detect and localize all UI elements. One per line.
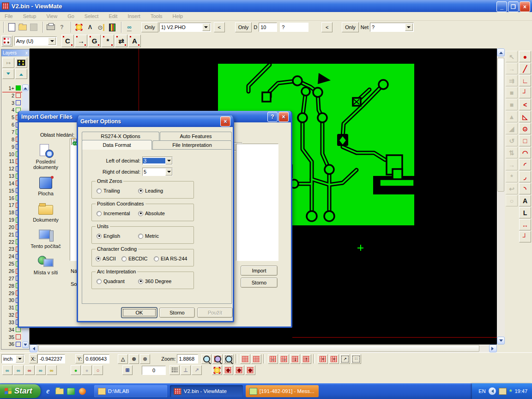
any-type-combo[interactable]: Any (U): [14, 36, 57, 46]
layer-combo-arrow-icon[interactable]: [202, 24, 210, 31]
horizontal-scrollbar[interactable]: [30, 345, 497, 352]
scroll-up-icon[interactable]: [497, 48, 505, 56]
right-of-decimal-combo[interactable]: 5: [142, 168, 173, 176]
select-circle-icon[interactable]: C: [61, 35, 74, 47]
ie-quicklaunch-icon[interactable]: e: [44, 387, 52, 395]
grid-report-icon[interactable]: [240, 354, 250, 364]
ok-button[interactable]: OK: [121, 308, 157, 318]
pad-frame-icon[interactable]: ◆: [245, 365, 255, 375]
flash-mode-icon[interactable]: [212, 365, 222, 375]
gerber-dialog-titlebar[interactable]: Gerber Options ×: [78, 115, 233, 127]
menu-tools[interactable]: Tools: [151, 13, 163, 19]
place-computer[interactable]: Tento počítač: [24, 229, 68, 249]
draw-dimension-icon[interactable]: ↔: [519, 219, 531, 230]
layer-swatch[interactable]: [16, 93, 21, 98]
tab-data-format[interactable]: Data Format: [82, 140, 152, 150]
flash-highlight-icon[interactable]: [73, 22, 85, 33]
radio-metric[interactable]: Metric: [138, 233, 159, 239]
gerber-close-icon[interactable]: ×: [220, 116, 230, 127]
import-help-icon[interactable]: ?: [267, 112, 278, 122]
radio-quadrant[interactable]: Quadrant: [97, 278, 125, 284]
layer-swatch[interactable]: [16, 334, 21, 339]
dcode-display-icon[interactable]: ⊙: [96, 22, 107, 33]
draw-circle-icon[interactable]: ⊙: [519, 123, 531, 134]
pad-filter-icon[interactable]: [1, 36, 12, 47]
start-button[interactable]: Start: [0, 384, 41, 398]
radio-absolute[interactable]: Absolute: [138, 211, 165, 216]
place-docclock[interactable]: Poslední dokumenty: [24, 144, 68, 170]
select-group-icon[interactable]: G: [88, 35, 101, 47]
vscroll-thumb[interactable]: [497, 58, 504, 192]
only-layer-button[interactable]: Only: [141, 22, 158, 32]
net-combo[interactable]: ?: [370, 23, 414, 32]
layer-up-icon[interactable]: [15, 69, 27, 79]
print-icon[interactable]: [45, 22, 56, 33]
gerber-cancel-button[interactable]: Storno: [159, 308, 195, 318]
scroll-left-icon[interactable]: [30, 345, 37, 352]
radio-leading[interactable]: Leading: [138, 188, 163, 193]
window-pan-icon[interactable]: ▫: [329, 354, 339, 364]
layer-swatch[interactable]: [16, 85, 21, 91]
layer-table-icon[interactable]: [15, 58, 27, 68]
zoom-grid-icon[interactable]: [212, 354, 223, 364]
layer-row[interactable]: 35: [2, 333, 22, 341]
select-text-icon[interactable]: A: [128, 35, 141, 47]
draw-line-icon[interactable]: ╱: [519, 63, 531, 74]
view-polygons-icon[interactable]: ∞: [24, 365, 35, 375]
pan-down-icon[interactable]: ↓: [290, 354, 300, 364]
center-target-icon[interactable]: ⊕: [129, 354, 139, 364]
layer-swatch[interactable]: [16, 342, 21, 347]
window-zoom-icon[interactable]: ▫: [318, 354, 328, 364]
select-points-icon[interactable]: ∷: [351, 354, 361, 364]
zoom-tool-icon[interactable]: [201, 354, 212, 364]
select-flash-icon[interactable]: *: [102, 35, 114, 47]
place-network[interactable]: Místa v síti: [24, 255, 68, 275]
task-button[interactable]: [191-482-091] - Mess...: [246, 385, 319, 397]
radio-english[interactable]: English: [97, 233, 120, 239]
only-dcode-button[interactable]: Only: [235, 22, 252, 32]
checked-file-icon[interactable]: [73, 139, 74, 145]
pad-rotate-icon[interactable]: ◆: [234, 365, 244, 375]
net-combo-arrow-icon[interactable]: [405, 24, 413, 31]
locate-target-icon[interactable]: ⊕: [140, 354, 150, 364]
task-button[interactable]: D:\MLAB: [94, 385, 167, 397]
grid-step-field[interactable]: 0: [142, 366, 166, 375]
pan-up-icon[interactable]: ↑: [301, 354, 311, 364]
view-pads-icon[interactable]: ∞: [2, 365, 12, 375]
draw-arc-icon[interactable]: ◠: [519, 147, 531, 158]
menu-file[interactable]: File: [5, 13, 13, 19]
tray-icq-icon[interactable]: *: [509, 387, 512, 395]
layer-insert-icon[interactable]: ↦: [2, 58, 14, 68]
minimize-button[interactable]: _: [496, 1, 507, 12]
radio-incremental[interactable]: Incremental: [97, 211, 130, 216]
book-quicklaunch-icon[interactable]: [67, 387, 75, 395]
menu-help[interactable]: Help: [173, 13, 183, 19]
firefox-quicklaunch-icon[interactable]: [79, 387, 87, 395]
layers-scroll-up-icon[interactable]: [22, 85, 29, 91]
apply-button[interactable]: Použít: [197, 308, 233, 318]
unit-combo-arrow-icon[interactable]: [16, 355, 24, 363]
layer-down-icon[interactable]: [2, 69, 14, 79]
prev-net-button[interactable]: <: [321, 22, 332, 32]
menu-select[interactable]: Select: [85, 13, 99, 19]
draw-pad-icon[interactable]: ●: [519, 51, 531, 62]
menu-setup[interactable]: Setup: [23, 13, 36, 19]
left-of-decimal-arrow-icon[interactable]: [165, 157, 172, 164]
draw-sketch-icon[interactable]: ◝: [519, 183, 531, 194]
new-file-icon[interactable]: [6, 22, 17, 33]
draw-angle-icon[interactable]: <: [519, 99, 531, 110]
lamp-off-icon[interactable]: ●: [82, 365, 92, 375]
scroll-down-icon[interactable]: [497, 337, 505, 345]
radio-trailing[interactable]: Trailing: [97, 188, 120, 193]
place-folder[interactable]: Dokumenty: [24, 202, 68, 223]
draw-curve-icon[interactable]: ◜: [519, 159, 531, 170]
menu-insert[interactable]: Insert: [127, 13, 140, 19]
measure-tool-icon[interactable]: Λ: [85, 22, 96, 33]
menu-go[interactable]: Go: [67, 13, 74, 19]
dcode-input[interactable]: 10: [259, 23, 277, 32]
tile-windows-icon[interactable]: ⊞: [122, 365, 133, 375]
select-goto-icon[interactable]: →: [75, 35, 87, 47]
layers-scroll-down-icon[interactable]: [22, 342, 29, 348]
any-type-combo-arrow-icon[interactable]: [48, 37, 56, 45]
unit-combo[interactable]: inch: [1, 354, 24, 363]
